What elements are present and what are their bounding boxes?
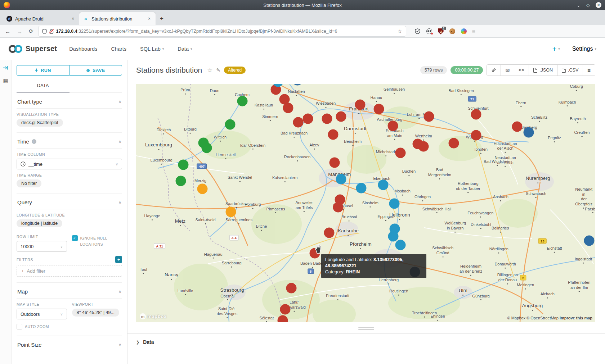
time-range-pill[interactable]: No filter: [17, 179, 41, 187]
window-maximize-icon[interactable]: ◇: [586, 3, 590, 8]
tab-data[interactable]: DATA: [17, 80, 70, 92]
dataset-grid-icon[interactable]: ▦: [3, 77, 8, 84]
new-item-button[interactable]: +▾: [552, 45, 560, 53]
lonlat-pill[interactable]: longitude | latitude: [17, 219, 62, 227]
scatter-point[interactable]: [512, 121, 523, 132]
nav-sql-lab[interactable]: SQL Lab▾: [140, 46, 164, 52]
scatter-point[interactable]: [355, 100, 366, 110]
scatter-point[interactable]: [302, 113, 313, 124]
scatter-point[interactable]: [175, 176, 186, 186]
time-column-select[interactable]: __time ∨: [17, 159, 122, 169]
nav-dashboards[interactable]: Dashboards: [69, 46, 97, 52]
scatter-point[interactable]: [283, 103, 293, 113]
chart-menu-button[interactable]: ≡: [583, 65, 595, 76]
viz-type-pill[interactable]: deck.gl Scatterplot: [17, 119, 63, 127]
scatter-point[interactable]: [387, 121, 398, 131]
viewport-pill[interactable]: 8° 46' 45.28" | 49...: [72, 309, 119, 317]
forward-button[interactable]: →: [15, 28, 24, 35]
scatter-point[interactable]: [389, 198, 399, 209]
favorite-star-icon[interactable]: ☆: [207, 67, 212, 74]
bookmark-star-icon[interactable]: ☆: [398, 28, 402, 34]
add-filter-plus-button[interactable]: +: [115, 256, 122, 263]
scatter-point[interactable]: [336, 174, 346, 185]
improve-map-link[interactable]: Improve this map: [560, 316, 592, 320]
tracking-shield-icon[interactable]: [42, 29, 47, 34]
ublock-origin-icon[interactable]: u 2: [438, 28, 444, 35]
scatter-point[interactable]: [584, 235, 595, 246]
tab-close-icon[interactable]: ×: [70, 15, 76, 22]
expand-panel-icon[interactable]: [3, 65, 8, 72]
section-chart-type[interactable]: Chart type ∧: [17, 93, 122, 108]
settings-menu[interactable]: Settings▾: [572, 46, 596, 52]
url-input[interactable]: 172.18.0.4:32251/superset/explore/?form_…: [39, 26, 406, 36]
scatter-point[interactable]: [449, 138, 459, 149]
share-link-button[interactable]: [487, 65, 501, 76]
scatter-point[interactable]: [356, 183, 366, 193]
scatter-point[interactable]: [333, 202, 344, 212]
back-button[interactable]: ←: [4, 28, 12, 35]
scatter-point[interactable]: [328, 129, 338, 140]
scatter-point[interactable]: [418, 141, 429, 151]
superset-logo[interactable]: Superset: [9, 45, 57, 53]
window-close-icon[interactable]: ✕: [596, 2, 601, 8]
scatter-point[interactable]: [202, 142, 212, 153]
scatter-point[interactable]: [336, 112, 346, 122]
scatter-point[interactable]: [378, 180, 388, 190]
scatter-point[interactable]: [395, 147, 406, 158]
mapbox-logo[interactable]: m mapbox: [140, 313, 167, 319]
scatter-point[interactable]: [178, 160, 189, 170]
embed-code-button[interactable]: <>: [514, 65, 529, 76]
altered-badge[interactable]: Altered: [224, 67, 246, 74]
scatter-point[interactable]: [395, 240, 406, 250]
multi-account-containers-icon[interactable]: [426, 28, 433, 35]
run-button[interactable]: RUN: [17, 65, 69, 76]
ignore-null-checkbox[interactable]: ✓: [72, 235, 78, 241]
insecure-lock-icon[interactable]: [49, 29, 54, 34]
export-json-button[interactable]: .JSON: [529, 65, 557, 76]
window-minimize-icon[interactable]: ⌄: [577, 3, 581, 8]
firefox-menu-icon[interactable]: ≡: [472, 28, 475, 35]
add-filter-dropzone[interactable]: + Add filter: [17, 265, 122, 277]
protections-shield-icon[interactable]: [414, 28, 421, 35]
scatter-point[interactable]: [225, 207, 236, 217]
export-csv-button[interactable]: .CSV: [557, 65, 583, 76]
email-button[interactable]: ✉: [501, 65, 514, 76]
nav-charts[interactable]: Charts: [111, 46, 126, 52]
section-query[interactable]: Query ∧: [17, 194, 122, 209]
panel-resize-handle[interactable]: [358, 327, 374, 330]
ublock-badge: 2: [442, 27, 446, 30]
reload-button[interactable]: ⟳: [27, 28, 35, 35]
new-tab-button[interactable]: +: [156, 14, 168, 25]
row-limit-select[interactable]: 10000 ∨: [17, 241, 67, 252]
scatter-point[interactable]: [225, 119, 236, 130]
scatter-point[interactable]: [329, 157, 340, 168]
scatter-point[interactable]: [322, 113, 332, 124]
nav-data[interactable]: Data▾: [178, 46, 192, 52]
tab-apache-druid[interactable]: d Apache Druid ×: [3, 12, 79, 25]
scatter-point[interactable]: [471, 109, 481, 119]
section-point-size[interactable]: Point Size ∨: [17, 336, 122, 351]
scatter-point[interactable]: [424, 112, 434, 122]
data-results-panel[interactable]: ❯ Data: [127, 333, 605, 350]
scatter-point[interactable]: [286, 283, 296, 294]
section-map[interactable]: Map ∧: [17, 283, 122, 298]
tab-close-icon[interactable]: ×: [147, 15, 152, 22]
scatter-point[interactable]: [388, 231, 399, 241]
map-style-select[interactable]: Outdoors ∨: [17, 309, 67, 319]
scatter-point[interactable]: [280, 304, 291, 314]
section-time[interactable]: Time i ∧: [17, 133, 122, 148]
auto-zoom-checkbox[interactable]: [17, 324, 22, 329]
deckgl-scatterplot-map[interactable]: PrümDaunCochemNastättenGelnhausenBad Kis…: [136, 84, 595, 322]
save-button[interactable]: ⊕ SAVE: [69, 65, 122, 76]
scatter-point[interactable]: [237, 96, 247, 106]
scatter-point[interactable]: [197, 184, 207, 194]
scatter-point[interactable]: [374, 104, 384, 114]
edit-properties-icon[interactable]: ✎: [216, 67, 221, 73]
tab-stations-distribution[interactable]: ∞ Stations distribution ×: [79, 12, 156, 25]
scatter-point[interactable]: [471, 130, 481, 141]
scatter-point[interactable]: [293, 117, 304, 127]
cookie-extension-icon[interactable]: [449, 28, 456, 35]
scatter-point[interactable]: [324, 227, 334, 238]
colorful-extension-icon[interactable]: [461, 28, 467, 35]
scatter-point[interactable]: [524, 127, 534, 137]
